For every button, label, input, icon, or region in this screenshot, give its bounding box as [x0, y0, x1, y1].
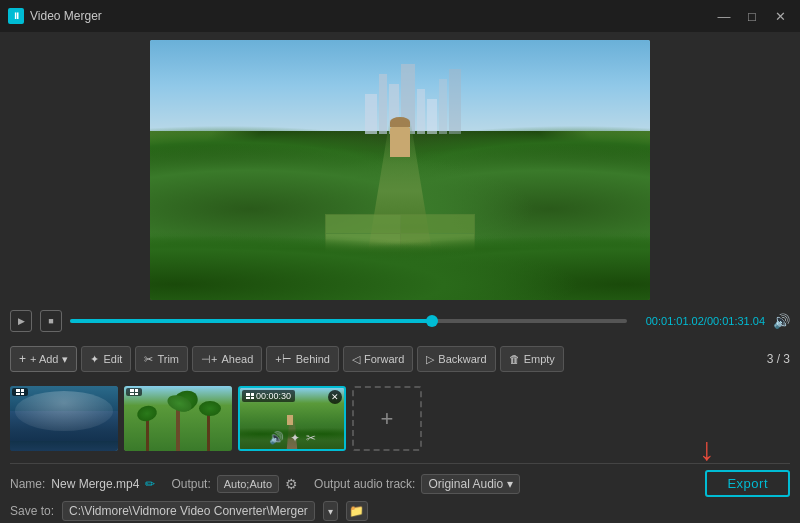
bottom-bar: Name: New Merge.mp4 ✏ Output: Auto;Auto …: [10, 463, 790, 523]
video-scene: [150, 40, 650, 300]
app-title: Video Merger: [30, 9, 102, 23]
clip-2[interactable]: [124, 386, 232, 451]
audio-chevron-icon: ▾: [507, 477, 513, 491]
clip-count: 3 / 3: [767, 352, 790, 366]
clip-indicator-icon-2: [130, 389, 138, 395]
titlebar-left: ⏸ Video Merger: [8, 8, 102, 24]
video-frame: [150, 40, 650, 300]
add-clip-button[interactable]: +: [352, 386, 422, 451]
bottom-row-2: Save to: C:\Vidmore\Vidmore Video Conver…: [10, 501, 790, 521]
add-clip-icon: +: [381, 406, 394, 432]
bottom-row-1: Name: New Merge.mp4 ✏ Output: Auto;Auto …: [10, 470, 790, 497]
clip-trim-icon[interactable]: ✂: [306, 431, 316, 445]
clip-2-overlay: [126, 388, 142, 396]
clip-1[interactable]: [10, 386, 118, 451]
backward-icon: ▷: [426, 353, 434, 366]
add-dropdown-icon: ▾: [62, 353, 68, 366]
backward-button[interactable]: ▷ Backward: [417, 346, 495, 372]
maximize-button[interactable]: □: [740, 6, 764, 26]
clip-effects-icon[interactable]: ✦: [290, 431, 300, 445]
empty-button[interactable]: 🗑 Empty: [500, 346, 564, 372]
name-field: Name: New Merge.mp4 ✏: [10, 477, 155, 491]
toolbar: + + Add ▾ ✦ Edit ✂ Trim ⊣+ Ahead +⊢ Behi…: [10, 342, 790, 376]
clip-1-overlay: [12, 388, 28, 396]
output-field: Output: Auto;Auto ⚙: [171, 475, 298, 493]
clip-3-close-button[interactable]: ✕: [328, 390, 342, 404]
edit-icon: ✦: [90, 353, 99, 366]
clip-3-tools: 🔊 ✦ ✂: [240, 431, 344, 445]
trim-button[interactable]: ✂ Trim: [135, 346, 188, 372]
name-label: Name:: [10, 477, 45, 491]
empty-label: Empty: [524, 353, 555, 365]
trim-icon: ✂: [144, 353, 153, 366]
titlebar: ⏸ Video Merger — □ ✕: [0, 0, 800, 32]
output-select[interactable]: Auto;Auto: [217, 475, 279, 493]
saveto-folder-button[interactable]: 📁: [346, 501, 368, 521]
saveto-path: C:\Vidmore\Vidmore Video Converter\Merge…: [62, 501, 315, 521]
trash-icon: 🗑: [509, 353, 520, 365]
time-display: 00:01:01.02/00:01:31.04: [635, 315, 765, 327]
add-button[interactable]: + + Add ▾: [10, 346, 77, 372]
foreground-trees: [150, 222, 650, 300]
saveto-label: Save to:: [10, 504, 54, 518]
monument: [385, 117, 415, 157]
timeline: 00:00:30 ✕ 🔊 ✦ ✂ +: [10, 382, 790, 455]
video-preview: [10, 40, 790, 300]
edit-label: Edit: [103, 353, 122, 365]
minimize-button[interactable]: —: [712, 6, 736, 26]
clip-3-time: 00:00:30: [256, 391, 291, 401]
saveto-dropdown-button[interactable]: ▾: [323, 501, 338, 521]
clip-3-overlay: 00:00:30: [242, 390, 295, 402]
forward-icon: ◁: [352, 353, 360, 366]
output-value: Auto;Auto: [224, 478, 272, 490]
play-button[interactable]: ▶: [10, 310, 32, 332]
titlebar-controls: — □ ✕: [712, 6, 792, 26]
name-value: New Merge.mp4: [51, 477, 139, 491]
ahead-label: Ahead: [221, 353, 253, 365]
clip-audio-icon[interactable]: 🔊: [269, 431, 284, 445]
clip-indicator-icon: [16, 389, 24, 395]
forward-label: Forward: [364, 353, 404, 365]
main-content: ▶ ■ 00:01:01.02/00:01:31.04 🔊 + + Add ▾ …: [0, 32, 800, 523]
ahead-button[interactable]: ⊣+ Ahead: [192, 346, 262, 372]
output-label: Output:: [171, 477, 210, 491]
clip-3[interactable]: 00:00:30 ✕ 🔊 ✦ ✂: [238, 386, 346, 451]
forward-button[interactable]: ◁ Forward: [343, 346, 413, 372]
playback-bar: ▶ ■ 00:01:01.02/00:01:31.04 🔊: [10, 306, 790, 336]
app-icon: ⏸: [8, 8, 24, 24]
progress-track[interactable]: [70, 319, 627, 323]
export-button[interactable]: Export: [705, 470, 790, 497]
audio-value: Original Audio: [428, 477, 503, 491]
progress-fill: [70, 319, 432, 323]
backward-label: Backward: [438, 353, 486, 365]
ahead-icon: ⊣+: [201, 353, 217, 366]
volume-icon[interactable]: 🔊: [773, 313, 790, 329]
edit-button[interactable]: ✦ Edit: [81, 346, 131, 372]
behind-icon: +⊢: [275, 353, 291, 366]
behind-label: Behind: [296, 353, 330, 365]
add-label: + Add: [30, 353, 58, 365]
clip-indicator-icon-3: [246, 393, 254, 399]
name-edit-icon[interactable]: ✏: [145, 477, 155, 491]
audio-label: Output audio track:: [314, 477, 415, 491]
add-icon: +: [19, 352, 26, 366]
trim-label: Trim: [157, 353, 179, 365]
audio-field: Output audio track: Original Audio ▾: [314, 474, 520, 494]
stop-button[interactable]: ■: [40, 310, 62, 332]
behind-button[interactable]: +⊢ Behind: [266, 346, 339, 372]
audio-dropdown[interactable]: Original Audio ▾: [421, 474, 520, 494]
close-button[interactable]: ✕: [768, 6, 792, 26]
settings-icon[interactable]: ⚙: [285, 476, 298, 492]
progress-thumb: [426, 315, 438, 327]
